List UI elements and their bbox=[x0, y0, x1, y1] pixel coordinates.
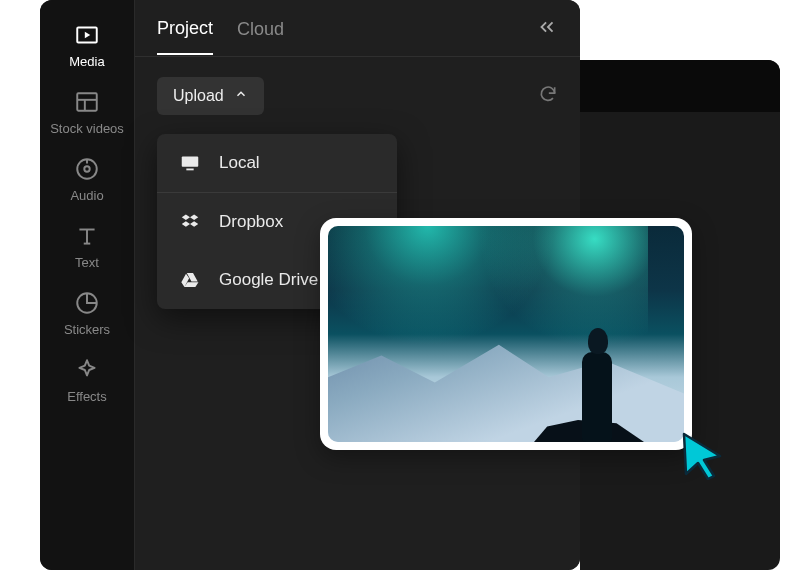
upload-button[interactable]: Upload bbox=[157, 77, 264, 115]
grid-icon bbox=[74, 89, 100, 115]
sidebar-item-label: Audio bbox=[70, 188, 103, 203]
chevron-up-icon bbox=[234, 87, 248, 105]
sidebar: Media Stock videos Audio bbox=[40, 0, 135, 570]
sidebar-item-effects[interactable]: Effects bbox=[40, 357, 134, 404]
sidebar-item-text[interactable]: Text bbox=[40, 223, 134, 270]
secondary-panel-header bbox=[580, 60, 780, 112]
refresh-button[interactable] bbox=[538, 84, 558, 108]
sidebar-item-audio[interactable]: Audio bbox=[40, 156, 134, 203]
refresh-icon bbox=[538, 84, 558, 108]
sparkle-icon bbox=[74, 357, 100, 383]
sidebar-item-label: Media bbox=[69, 54, 104, 69]
sidebar-item-media[interactable]: Media bbox=[40, 22, 134, 69]
sidebar-item-label: Stock videos bbox=[50, 121, 124, 136]
upload-option-label: Dropbox bbox=[219, 212, 283, 232]
play-rect-icon bbox=[74, 22, 100, 48]
upload-option-local[interactable]: Local bbox=[157, 134, 397, 193]
upload-button-label: Upload bbox=[173, 87, 224, 105]
sidebar-item-stickers[interactable]: Stickers bbox=[40, 290, 134, 337]
tab-project[interactable]: Project bbox=[157, 18, 213, 55]
sidebar-item-label: Effects bbox=[67, 389, 107, 404]
upload-option-label: Google Drive bbox=[219, 270, 318, 290]
chevron-double-left-icon bbox=[536, 16, 558, 42]
text-icon bbox=[74, 223, 100, 249]
upload-option-label: Local bbox=[219, 153, 260, 173]
svg-rect-11 bbox=[182, 157, 199, 167]
sidebar-item-label: Text bbox=[75, 255, 99, 270]
media-thumbnail[interactable] bbox=[320, 218, 692, 450]
disc-icon bbox=[74, 156, 100, 182]
collapse-button[interactable] bbox=[536, 16, 558, 56]
sidebar-item-label: Stickers bbox=[64, 322, 110, 337]
svg-rect-12 bbox=[186, 169, 193, 171]
monitor-icon bbox=[179, 152, 201, 174]
dropbox-icon bbox=[179, 211, 201, 233]
thumbnail-image bbox=[328, 226, 684, 442]
tabs: Project Cloud bbox=[135, 0, 580, 56]
google-drive-icon bbox=[179, 269, 201, 291]
cursor-pointer-icon bbox=[678, 430, 728, 480]
sidebar-item-stock-videos[interactable]: Stock videos bbox=[40, 89, 134, 136]
toolbar: Upload bbox=[135, 57, 580, 125]
tab-cloud[interactable]: Cloud bbox=[237, 19, 284, 54]
pie-icon bbox=[74, 290, 100, 316]
svg-rect-1 bbox=[77, 93, 97, 110]
svg-point-5 bbox=[84, 166, 89, 171]
